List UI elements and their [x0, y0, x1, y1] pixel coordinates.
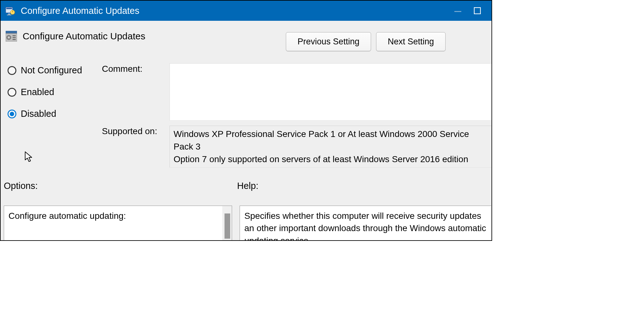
configure-updating-label: Configure automatic updating: [8, 211, 218, 221]
svg-rect-7 [6, 31, 17, 33]
radio-label: Not Configured [21, 65, 82, 76]
maximize-button[interactable] [474, 7, 481, 14]
options-header: Options: [4, 181, 38, 191]
radio-circle-icon [8, 110, 16, 118]
supported-on-text: Windows XP Professional Service Pack 1 o… [169, 126, 491, 168]
radio-circle-icon [8, 88, 16, 97]
comment-label: Comment: [102, 63, 169, 121]
radio-enabled[interactable]: Enabled [8, 87, 102, 97]
policy-icon [6, 31, 17, 42]
comment-input[interactable] [169, 63, 491, 121]
content-area: Configure Automatic Updates Previous Set… [1, 21, 491, 240]
policy-window-icon [5, 6, 16, 15]
policy-editor-window: Configure Automatic Updates [0, 0, 492, 241]
options-scrollbar[interactable] [222, 206, 232, 241]
policy-title: Configure Automatic Updates [23, 31, 145, 42]
help-pane: Specifies whether this computer will rec… [240, 206, 491, 241]
svg-rect-5 [454, 11, 461, 12]
radio-label: Disabled [21, 109, 56, 119]
radio-disabled[interactable]: Disabled [8, 109, 102, 119]
radio-not-configured[interactable]: Not Configured [8, 65, 102, 76]
titlebar[interactable]: Configure Automatic Updates [1, 1, 491, 21]
state-radio-group: Not Configured Enabled Disabled [8, 63, 102, 173]
options-pane: Configure automatic updating: [4, 206, 232, 241]
minimize-button[interactable] [454, 7, 461, 15]
scrollbar-thumb[interactable] [225, 213, 230, 239]
supported-on-label: Supported on: [102, 126, 169, 168]
svg-rect-13 [13, 39, 16, 40]
help-header: Help: [237, 181, 258, 191]
radio-circle-icon [8, 66, 16, 75]
next-setting-button[interactable]: Next Setting [376, 32, 446, 51]
svg-rect-12 [13, 37, 16, 38]
window-title: Configure Automatic Updates [21, 6, 139, 16]
svg-rect-1 [6, 8, 12, 9]
radio-label: Enabled [21, 87, 54, 97]
previous-setting-button[interactable]: Previous Setting [286, 32, 371, 51]
svg-rect-6 [474, 8, 480, 14]
help-text: Specifies whether this computer will rec… [244, 210, 487, 241]
svg-rect-3 [7, 14, 11, 15]
svg-rect-11 [13, 35, 16, 36]
svg-point-10 [8, 37, 10, 38]
